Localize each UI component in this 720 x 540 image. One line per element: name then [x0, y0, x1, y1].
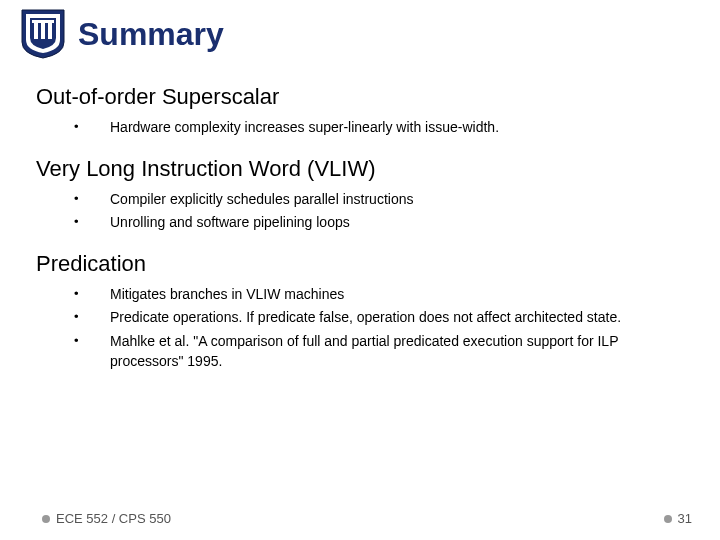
footer-bullet-icon [42, 515, 50, 523]
slide-title: Summary [78, 16, 224, 53]
bullet-item: • Compiler explicitly schedules parallel… [74, 190, 684, 210]
university-shield-icon [20, 8, 66, 60]
slide-header: Summary [0, 0, 720, 66]
bullet-list: • Mitigates branches in VLIW machines • … [36, 285, 684, 371]
bullet-marker: • [74, 332, 110, 350]
bullet-text: Mahlke et al. "A comparison of full and … [110, 332, 684, 371]
bullet-marker: • [74, 190, 110, 208]
bullet-item: • Mitigates branches in VLIW machines [74, 285, 684, 305]
svg-rect-3 [32, 20, 54, 23]
bullet-item: • Predicate operations. If predicate fal… [74, 308, 684, 328]
section-heading: Out-of-order Superscalar [36, 84, 684, 110]
footer-course: ECE 552 / CPS 550 [42, 511, 171, 526]
bullet-list: • Compiler explicitly schedules parallel… [36, 190, 684, 233]
bullet-item: • Hardware complexity increases super-li… [74, 118, 684, 138]
section-heading: Very Long Instruction Word (VLIW) [36, 156, 684, 182]
course-label: ECE 552 / CPS 550 [56, 511, 171, 526]
bullet-text: Compiler explicitly schedules parallel i… [110, 190, 413, 210]
bullet-item: • Mahlke et al. "A comparison of full an… [74, 332, 684, 371]
svg-rect-1 [41, 23, 45, 39]
svg-rect-0 [34, 23, 38, 39]
bullet-text: Unrolling and software pipelining loops [110, 213, 350, 233]
bullet-text: Hardware complexity increases super-line… [110, 118, 499, 138]
bullet-item: • Unrolling and software pipelining loop… [74, 213, 684, 233]
bullet-text: Predicate operations. If predicate false… [110, 308, 621, 328]
svg-rect-2 [48, 23, 52, 39]
bullet-marker: • [74, 308, 110, 326]
slide-footer: ECE 552 / CPS 550 31 [0, 511, 720, 526]
bullet-marker: • [74, 285, 110, 303]
footer-page: 31 [664, 511, 692, 526]
bullet-marker: • [74, 213, 110, 231]
section-heading: Predication [36, 251, 684, 277]
footer-bullet-icon [664, 515, 672, 523]
slide-content: Out-of-order Superscalar • Hardware comp… [0, 84, 720, 371]
page-number: 31 [678, 511, 692, 526]
bullet-marker: • [74, 118, 110, 136]
bullet-list: • Hardware complexity increases super-li… [36, 118, 684, 138]
bullet-text: Mitigates branches in VLIW machines [110, 285, 344, 305]
